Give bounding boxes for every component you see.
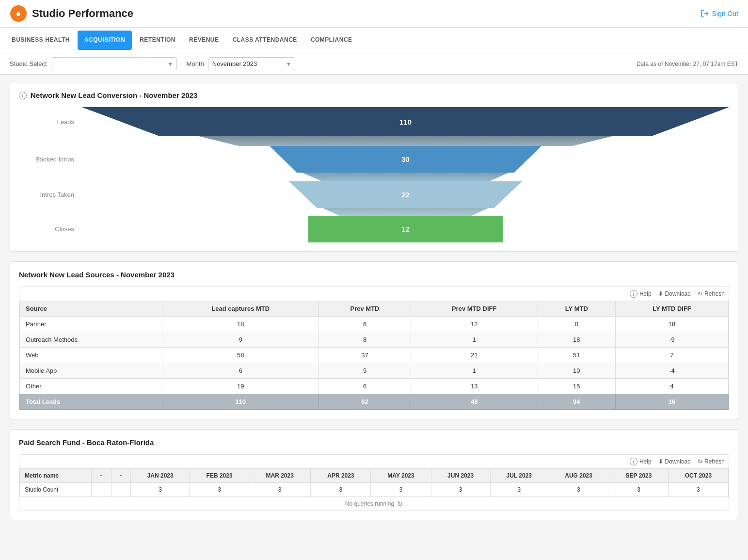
lead-sources-help-button[interactable]: i Help [630,290,652,298]
funnel-leads-bar-wrap: 110 [82,107,729,136]
col-prev-mtd: Prev MTD [319,301,411,317]
cell-ly-mtd-diff: 18 [616,317,729,332]
cell-12: 3 [668,483,728,497]
month-select-group: Month November 2023 ▼ [187,57,295,70]
month-select[interactable]: November 2023 [208,57,295,70]
col-3: JAN 2023 [131,469,190,483]
cell-prev-mtd: 37 [319,348,411,363]
col-10: AUG 2023 [548,469,609,483]
paid-search-download-icon: ⬇ [658,458,663,465]
col-7: MAY 2023 [371,469,431,483]
col-5: MAR 2023 [249,469,311,483]
cell-2 [111,483,131,497]
paid-search-refresh-icon: ↻ [698,458,702,465]
funnel-leads-bar: 110 [82,107,729,136]
table-row: Mobile App 6 5 1 10 -4 [20,363,729,379]
sign-out-button[interactable]: Sign Out [700,9,738,18]
funnel-card-title: i Network New Lead Conversion - November… [19,91,729,99]
tab-revenue[interactable]: REVENUE [182,31,226,50]
cell-lead-captures: 58 [162,348,319,363]
paid-search-refresh-button[interactable]: ↻ Refresh [698,458,725,465]
cell-prev-mtd-diff: 21 [411,348,538,363]
paid-search-table: Metric name--JAN 2023FEB 2023MAR 2023APR… [19,468,729,497]
cell-8: 3 [431,483,490,497]
month-label: Month [187,60,204,67]
cell-7: 3 [371,483,431,497]
funnel-booked-bar: 30 [270,146,541,173]
tab-class-attendance[interactable]: CLASS ATTENDANCE [225,31,303,50]
cell-lead-captures: 6 [162,363,319,379]
studio-select-wrapper: ▼ [51,57,177,70]
cell-ly-mtd: 10 [538,363,615,379]
header-left: ● Studio Performance [10,5,133,22]
col-9: JUL 2023 [490,469,548,483]
totals-ly-mtd-diff: 16 [616,394,729,410]
col-0: Metric name [20,469,92,483]
studio-select[interactable] [51,57,177,70]
funnel-intros-row: Intros Taken 22 [19,181,729,208]
funnel-connector-3 [19,208,729,216]
totals-lead-captures: 110 [162,394,319,410]
tab-business-health[interactable]: BUSINESS HEALTH [5,31,77,50]
studio-select-group: Studio Select ▼ [10,57,177,70]
cell-ly-mtd-diff: -9 [616,332,729,348]
tab-retention[interactable]: RETENTION [133,31,182,50]
cell-6: 3 [311,483,371,497]
paid-search-download-button[interactable]: ⬇ Download [658,458,691,465]
totals-prev-mtd: 62 [319,394,411,410]
col-11: SEP 2023 [609,469,668,483]
funnel-leads-row: Leads 110 [19,107,729,136]
cell-source: Partner [20,317,162,332]
funnel-intros-label: Intros Taken [19,191,82,198]
app-title: Studio Performance [32,7,133,20]
lead-sources-totals-row: Total Leads 110 62 48 94 16 [20,394,729,410]
cell-9: 3 [490,483,548,497]
paid-search-card: Paid Search Fund - Boca Raton-Florida i … [10,429,738,520]
table-row: Partner 18 6 12 0 18 [20,317,729,332]
header: ● Studio Performance Sign Out [0,0,748,28]
app-logo-icon: ● [10,5,27,22]
funnel-closes-row: Closes 12 [19,216,729,242]
lead-sources-refresh-button[interactable]: ↻ Refresh [698,290,725,297]
cell-prev-mtd: 6 [319,317,411,332]
funnel-leads-label: Leads [19,118,82,126]
table-row: Outreach Methods 9 8 1 18 -9 [20,332,729,348]
funnel-booked-row: Booked Intros 30 [19,146,729,173]
totals-ly-mtd: 94 [538,394,615,410]
funnel-intros-bar-wrap: 22 [82,181,729,208]
paid-search-help-icon[interactable]: i [630,458,637,465]
col-1: - [91,469,111,483]
cell-lead-captures: 9 [162,332,319,348]
tab-acquisition[interactable]: ACQUISITION [78,31,132,50]
lead-sources-download-button[interactable]: ⬇ Download [658,290,691,297]
funnel-info-icon[interactable]: i [19,92,27,99]
col-8: JUN 2023 [431,469,490,483]
lead-sources-card: Network New Lead Sources - November 2023… [10,261,738,419]
no-queries-label: No queries running ↻ [19,497,729,511]
col-prev-mtd-diff: Prev MTD DIFF [411,301,538,317]
funnel-booked-bar-wrap: 30 [82,146,729,173]
funnel-closes-label: Closes [19,225,82,233]
cell-0: Studio Count [20,483,92,497]
cell-ly-mtd: 51 [538,348,615,363]
tab-compliance[interactable]: COMPLIANCE [304,31,359,50]
lead-sources-help-icon[interactable]: i [630,290,637,298]
cell-lead-captures: 19 [162,379,319,394]
cell-source: Mobile App [20,363,162,379]
paid-search-table-wrap: i Help ⬇ Download ↻ Refresh Metric name-… [19,454,729,511]
cell-prev-mtd: 6 [319,379,411,394]
table-row: Studio Count3333333333 [20,483,729,497]
studio-select-label: Studio Select [10,60,47,67]
totals-label: Total Leads [20,394,162,410]
cell-lead-captures: 18 [162,317,319,332]
refresh-icon: ↻ [698,290,702,297]
funnel-card: i Network New Lead Conversion - November… [10,82,738,252]
paid-search-help-button[interactable]: i Help [630,458,652,465]
cell-11: 3 [609,483,668,497]
sign-out-icon [700,9,709,18]
col-lead-captures: Lead captures MTD [162,301,319,317]
cell-ly-mtd: 0 [538,317,615,332]
cell-prev-mtd: 5 [319,363,411,379]
cell-prev-mtd-diff: 1 [411,332,538,348]
cell-prev-mtd-diff: 13 [411,379,538,394]
